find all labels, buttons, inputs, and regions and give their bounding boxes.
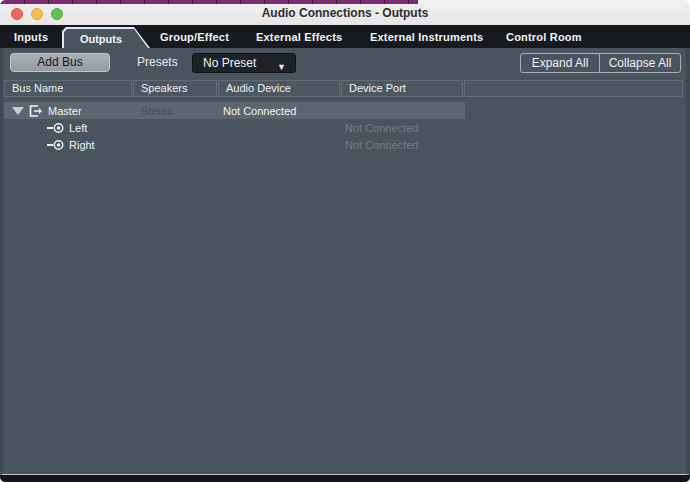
screen: Audio Connections - Outputs Inputs Outpu… <box>0 0 690 482</box>
add-bus-button[interactable]: Add Bus <box>10 53 110 72</box>
audio-connections-window: Audio Connections - Outputs Inputs Outpu… <box>0 0 690 482</box>
table-header: Bus Name Speakers Audio Device Device Po… <box>4 80 684 97</box>
channel-name: Right <box>69 139 95 151</box>
collapse-all-button[interactable]: Collapse All <box>599 53 681 73</box>
table-row-master[interactable]: Master Stereo Not Connected <box>4 102 465 119</box>
tab-external-instruments[interactable]: External Instruments <box>370 25 483 48</box>
expand-all-button[interactable]: Expand All <box>520 53 600 73</box>
audio-device-value[interactable]: Not Connected <box>218 105 341 117</box>
bus-name: Master <box>48 105 82 117</box>
channel-port-icon <box>47 122 65 134</box>
table-row-right[interactable]: Right Not Connected <box>4 136 465 153</box>
device-port-value[interactable]: Not Connected <box>341 139 463 151</box>
speakers-value: Stereo <box>133 105 218 117</box>
output-bus-icon <box>29 105 43 117</box>
background-app-strip <box>0 0 418 4</box>
window-bottom-edge <box>0 475 690 482</box>
tab-control-room[interactable]: Control Room <box>506 25 582 48</box>
dropdown-arrow-icon: ▼ <box>277 58 286 76</box>
bus-table: Master Stereo Not Connected <box>4 102 465 153</box>
tab-outputs[interactable]: Outputs <box>62 27 150 48</box>
tab-bar: Inputs Outputs Group/Effect External Eff… <box>0 25 690 48</box>
device-port-value[interactable]: Not Connected <box>341 122 463 134</box>
preset-dropdown-value: No Preset <box>203 56 256 70</box>
column-header-device-port[interactable]: Device Port <box>341 80 463 97</box>
tab-outputs-label: Outputs <box>62 29 140 48</box>
outputs-panel: Add Bus Presets No Preset ▼ Expand All C… <box>0 48 690 475</box>
preset-dropdown[interactable]: No Preset ▼ <box>192 53 296 73</box>
tab-group-effect[interactable]: Group/Effect <box>160 25 229 48</box>
column-header-speakers[interactable]: Speakers <box>133 80 217 97</box>
disclosure-triangle-icon[interactable] <box>12 107 24 115</box>
column-header-empty <box>464 80 683 97</box>
table-row-left[interactable]: Left Not Connected <box>4 119 465 136</box>
column-header-audio-device[interactable]: Audio Device <box>218 80 340 97</box>
channel-name: Left <box>69 122 87 134</box>
column-header-bus-name[interactable]: Bus Name <box>4 80 132 97</box>
presets-label: Presets <box>137 53 178 72</box>
channel-port-icon <box>47 139 65 151</box>
tab-external-effects[interactable]: External Effects <box>256 25 342 48</box>
tab-inputs[interactable]: Inputs <box>14 25 48 48</box>
